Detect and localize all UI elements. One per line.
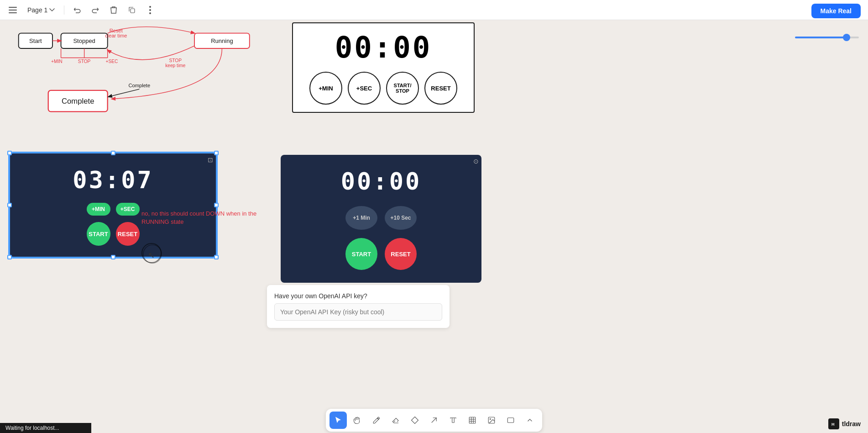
selection-handle-mr[interactable] [214,203,219,207]
svg-text:Start: Start [29,37,42,44]
undo-button[interactable] [70,3,84,17]
make-real-button[interactable]: Make Real [811,4,861,18]
svg-rect-0 [9,7,17,8]
duplicate-button[interactable] [125,3,139,17]
resize-icon: ⊡ [208,156,213,164]
svg-text:Running: Running [211,37,233,44]
selection-handle-br[interactable] [214,255,219,259]
timer-btns-row2-right: START RESET [292,238,471,270]
selection-handle-bl[interactable] [7,255,12,259]
svg-text:+MIN: +MIN [51,59,63,64]
svg-point-37 [490,418,491,419]
timer-display-top: 00:00 [300,31,466,64]
page-selector[interactable]: Page 1 [24,5,58,16]
timer-widget-top: 00:00 +MIN +SEC START/ STOP RESET [292,22,475,113]
btn-start-stop-top[interactable]: START/ STOP [386,72,419,105]
tool-select[interactable] [329,412,347,429]
btn-plus-sec-top[interactable]: +SEC [348,72,381,105]
tool-text[interactable] [444,412,462,429]
svg-text:keep time: keep time [165,63,186,68]
zoom-slider[interactable] [795,37,859,38]
timer-dark-left: ⊡ 03:07 +MIN +SEC START RESET [9,153,217,258]
svg-point-6 [149,12,151,14]
redo-button[interactable] [88,3,103,17]
bottom-toolbar [0,407,868,433]
selection-handle-ml[interactable] [7,203,12,207]
svg-rect-38 [507,418,514,423]
svg-text:Reset: Reset [110,28,123,33]
tool-arrow[interactable] [425,412,443,429]
svg-rect-1 [9,10,17,11]
btn-plus-min-top[interactable]: +MIN [309,72,342,105]
btn-plus-sec-dark-right[interactable]: +10 Sec [385,206,417,230]
svg-text:+SEC: +SEC [106,59,118,64]
btn-plus-min-dark-right[interactable]: +1 Min [345,206,377,230]
svg-rect-7 [19,33,52,48]
tool-hand[interactable] [349,412,366,429]
canvas: Start Stopped Reset clear time Running +… [0,20,868,415]
api-question: Have your own OpenAI API key? [274,292,442,300]
timer-dark-right: ⊙ 00:00 +1 Min +10 Sec START RESET [281,155,481,283]
btn-plus-min-dark-left[interactable]: +MIN [87,203,110,216]
svg-rect-9 [61,33,108,48]
api-key-input[interactable] [274,303,442,321]
tool-rectangle[interactable] [502,412,519,429]
svg-text:clear time: clear time [105,33,127,38]
state-machine-diagram: Start Stopped Reset clear time Running +… [5,25,278,153]
more-button[interactable] [143,3,157,17]
svg-rect-14 [194,33,250,48]
btn-reset-top[interactable]: RESET [424,72,457,105]
btn-reset-dark-left[interactable]: RESET [116,222,140,246]
timer-display-dark-right: 00:00 [292,168,471,195]
selection-handle-bc[interactable] [111,255,115,259]
selection-handle-tr[interactable] [214,151,219,155]
menu-button[interactable] [5,3,20,17]
svg-rect-31 [469,417,476,423]
tool-image[interactable] [483,412,500,429]
zoom-slider-container [795,37,859,38]
btn-start-dark-left[interactable]: START [87,222,110,246]
timer-btns-row1-right: +1 Min +10 Sec [292,206,471,230]
timer-buttons-top: +MIN +SEC START/ STOP RESET [300,72,466,105]
tool-frame[interactable] [464,412,481,429]
svg-line-30 [432,418,437,423]
svg-text:STOP: STOP [169,58,182,63]
page-label: Page 1 [27,6,47,14]
selection-handle-tl[interactable] [7,151,12,155]
api-key-box: Have your own OpenAI API key? [267,285,450,328]
svg-point-4 [149,6,151,8]
toolbar-divider-1 [64,5,64,15]
tool-eraser[interactable] [387,412,404,429]
svg-point-5 [149,9,151,11]
svg-rect-25 [48,90,108,111]
delete-button[interactable] [106,3,121,17]
btn-start-dark-right[interactable]: START [345,238,377,270]
svg-text:STOP: STOP [78,59,91,64]
resize-icon-right: ⊙ [473,158,479,165]
annotation-countdown: no, no this should count DOWN when in th… [141,210,265,226]
svg-rect-3 [131,9,135,13]
svg-text:Complete: Complete [129,83,151,88]
svg-text:Stopped: Stopped [73,37,95,44]
btn-plus-sec-dark-left[interactable]: +SEC [116,203,140,216]
svg-line-28 [109,89,140,97]
svg-rect-2 [9,12,17,13]
tool-pencil[interactable] [368,412,385,429]
tool-diamond[interactable] [406,412,424,429]
top-toolbar: Page 1 [0,0,868,20]
svg-text:Complete: Complete [62,97,94,106]
timer-display-dark-left: 03:07 [21,166,205,194]
selection-handle-tc[interactable] [111,151,115,155]
tool-more-shapes[interactable] [521,412,539,429]
btn-reset-dark-right[interactable]: RESET [385,238,417,270]
tool-group [326,409,542,432]
